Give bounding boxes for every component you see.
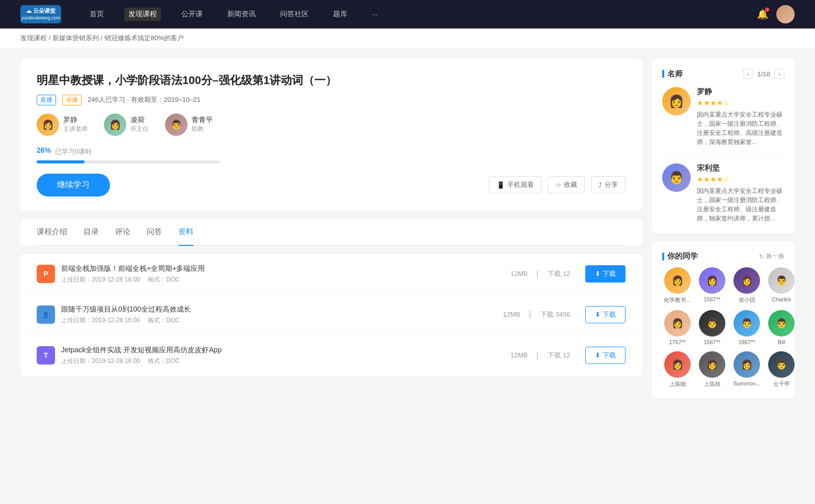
classmate-avatar-2: 👩 xyxy=(734,267,760,294)
teacher-avatar-0: 👩 xyxy=(37,114,59,136)
classmate-item-6[interactable]: 👨 1867** xyxy=(731,310,762,345)
resource-title-1: 跟随千万级项目从0到100全过程高效成长 xyxy=(61,305,487,314)
download-button-1[interactable]: ⬇ 下载 xyxy=(585,306,626,323)
tab-intro[interactable]: 课程介绍 xyxy=(37,219,67,246)
course-header-card: 明星中教授课，小学阶段语法100分–强化级第1讲动词（一） 直播 录播 246人… xyxy=(20,59,642,211)
classmate-item-3[interactable]: 👨 Charles xyxy=(766,267,797,304)
panel-nav: ‹ 1/10 › xyxy=(743,69,784,79)
classmate-item-4[interactable]: 👩 1767** xyxy=(662,310,693,345)
teacher-avatar-2: 👨 xyxy=(165,114,187,136)
teacher-name-1: 凌荷 xyxy=(130,116,149,125)
resource-icon-2: T xyxy=(37,346,55,365)
classmate-name-3: Charles xyxy=(766,296,797,302)
classmate-name-5: 1567** xyxy=(697,339,727,345)
progress-sub: 已学习0课时 xyxy=(55,147,92,156)
breadcrumb-link-discover[interactable]: 发现课程 xyxy=(20,34,47,42)
classmate-item-9[interactable]: 👩 上陈枝 xyxy=(697,351,727,388)
classmate-item-1[interactable]: 👩 1567** xyxy=(697,267,727,304)
action-row: 继续学习 📱 手机观看 ☆ 收藏 ⤴ 分享 xyxy=(37,174,626,197)
teachers-panel-title: 名师 ‹ 1/10 › xyxy=(662,69,784,79)
classmate-item-8[interactable]: 👩 上陈能 xyxy=(662,351,693,388)
classmate-name-0: 化学教书... xyxy=(662,296,693,304)
classmate-item-5[interactable]: 👨 1567** xyxy=(697,310,727,345)
classmate-avatar-4: 👩 xyxy=(664,310,691,337)
logo-area[interactable]: ☁ 云朵课堂yundouketang.com xyxy=(20,5,61,23)
next-teacher-btn[interactable]: › xyxy=(774,69,784,79)
tabs-row: 课程介绍 目录 评论 问答 资料 xyxy=(37,219,626,246)
breadcrumb-link-series[interactable]: 新媒体营销系列 xyxy=(52,34,99,42)
course-title: 明星中教授课，小学阶段语法100分–强化级第1讲动词（一） xyxy=(37,73,626,89)
bell-icon[interactable]: 🔔 xyxy=(757,9,768,20)
resource-item-1: 👤 跟随千万级项目从0到100全过程高效成长 上传日期：2019-12-28 1… xyxy=(20,295,642,335)
left-panel: 明星中教授课，小学阶段语法100分–强化级第1讲动词（一） 直播 录播 246人… xyxy=(20,59,642,406)
classmate-name-1: 1567** xyxy=(697,296,727,302)
nav-item-news[interactable]: 新闻资讯 xyxy=(223,8,260,21)
resource-stats-0: 12MB │ 下载 12 xyxy=(507,269,573,278)
progress-label: 26% xyxy=(37,146,51,154)
resource-item-2: T Jetpack全组件实战 开发短视频应用高仿皮皮虾App 上传日期：2019… xyxy=(20,335,642,376)
share-button[interactable]: ⤴ 分享 xyxy=(591,176,626,193)
classmates-panel: 你的同学 ↻ 换一换 👩 化学教书... 👩 1567** 👩 xyxy=(652,241,795,398)
continue-button[interactable]: 继续学习 xyxy=(37,174,110,197)
classmate-item-7[interactable]: 👨 Bill xyxy=(766,310,797,345)
prev-teacher-btn[interactable]: ‹ xyxy=(743,69,753,79)
course-meta-text: 246人已学习 · 有效期至：2019–10–21 xyxy=(88,95,201,104)
classmate-avatar-5: 👨 xyxy=(699,310,725,337)
tab-toc[interactable]: 目录 xyxy=(84,219,99,246)
classmate-item-0[interactable]: 👩 化学教书... xyxy=(662,267,693,304)
mobile-watch-button[interactable]: 📱 手机观看 xyxy=(489,176,541,193)
download-button-2[interactable]: ⬇ 下载 xyxy=(585,347,626,364)
classmate-item-10[interactable]: 👩 Summon... xyxy=(731,351,762,388)
classmate-name-7: Bill xyxy=(766,339,797,345)
course-meta: 直播 录播 246人已学习 · 有效期至：2019–10–21 xyxy=(37,95,626,105)
main-container: 明星中教授课，小学阶段语法100分–强化级第1讲动词（一） 直播 录播 246人… xyxy=(0,48,815,416)
mobile-icon: 📱 xyxy=(497,181,505,189)
teacher-role-0: 主讲老师 xyxy=(63,125,88,133)
nav-item-bank[interactable]: 题库 xyxy=(329,8,351,21)
tab-qa[interactable]: 问答 xyxy=(147,219,162,246)
classmate-avatar-3: 👨 xyxy=(768,267,795,294)
resource-stats-1: 12MB │ 下载 3456 xyxy=(500,310,573,319)
classmates-panel-title: 你的同学 xyxy=(662,251,698,261)
resource-info-0: 前端全栈加强版！前端全栈+全周期+多端应用 上传日期：2019-12-28 16… xyxy=(61,264,495,284)
resource-info-1: 跟随千万级项目从0到100全过程高效成长 上传日期：2019-12-28 16:… xyxy=(61,305,487,325)
classmate-name-10: Summon... xyxy=(731,380,762,386)
nav-item-discover[interactable]: 发现课程 xyxy=(124,8,161,21)
teacher-role-2: 助教 xyxy=(192,125,213,133)
classmate-avatar-8: 👩 xyxy=(664,351,691,378)
tab-review[interactable]: 评论 xyxy=(115,219,130,246)
nav-item-home[interactable]: 首页 xyxy=(86,8,108,21)
title-bar-icon-2 xyxy=(662,253,664,261)
teacher-item-0: 👩 罗静 主讲老师 xyxy=(37,114,88,136)
download-button-0[interactable]: ⬇ 下载 xyxy=(585,265,626,283)
classmate-avatar-6: 👨 xyxy=(734,310,760,337)
teacher-avatar-1: 👩 xyxy=(104,114,126,136)
resource-list: P 前端全栈加强版！前端全栈+全周期+多端应用 上传日期：2019-12-28 … xyxy=(20,254,642,376)
refresh-classmates-btn[interactable]: ↻ 换一换 xyxy=(759,252,784,261)
teacher-item-2: 👨 青青平 助教 xyxy=(165,114,213,136)
bell-dot xyxy=(765,8,769,12)
classmate-item-2[interactable]: 👩 张小田 xyxy=(731,267,762,304)
nav-item-open[interactable]: 公开课 xyxy=(177,8,207,21)
tab-resource[interactable]: 资料 xyxy=(178,219,194,246)
classmate-item-11[interactable]: 👨 云干甲 xyxy=(766,351,797,388)
collect-button[interactable]: ☆ 收藏 xyxy=(548,176,585,193)
nav-item-qa[interactable]: 问答社区 xyxy=(276,8,313,21)
teacher-panel-desc-1: 国内某重点大学安全工程专业硕士，国家一级注册消防工程师、注册安全工程师、级注册建… xyxy=(697,186,784,223)
classmate-name-9: 上陈枝 xyxy=(697,380,727,388)
classmate-avatar-7: 👨 xyxy=(768,310,795,337)
title-bar-icon xyxy=(662,70,664,78)
nav-item-more[interactable]: ··· xyxy=(368,8,382,20)
resource-meta-0: 上传日期：2019-12-28 16:00 格式：DOC xyxy=(61,275,495,284)
badge-record: 录播 xyxy=(62,95,82,105)
teacher-panel-avatar-1: 👨 xyxy=(662,163,691,192)
teacher-panel-stars-0: ★★★★☆ xyxy=(697,99,784,107)
breadcrumb: 发现课程 / 新媒体营销系列 / 销冠修炼术搞定80%的客户 xyxy=(0,29,815,48)
tabs-card: 课程介绍 目录 评论 问答 资料 xyxy=(20,219,642,246)
teachers-panel: 名师 ‹ 1/10 › 👩 罗静 ★★★★☆ 国内某重点大学安全工程专业硕士，国… xyxy=(652,59,795,233)
user-avatar-nav[interactable] xyxy=(776,5,795,23)
resource-meta-2: 上传日期：2019-12-28 16:00 格式：DOC xyxy=(61,357,495,366)
teacher-item-1: 👩 凌荷 班主任 xyxy=(104,114,149,136)
progress-section: 26% 已学习0课时 xyxy=(37,146,626,163)
teachers-row: 👩 罗静 主讲老师 👩 凌荷 班主任 👨 青青平 xyxy=(37,114,626,136)
